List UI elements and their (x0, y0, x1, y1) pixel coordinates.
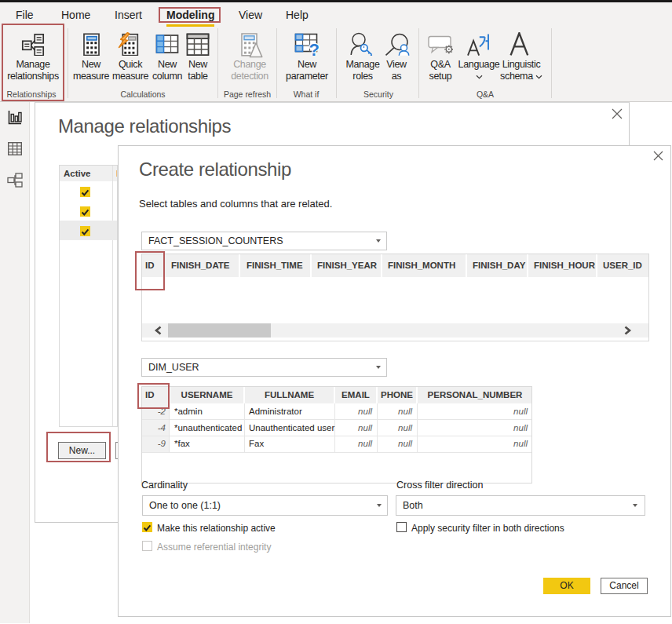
svg-text:?: ? (309, 40, 320, 56)
